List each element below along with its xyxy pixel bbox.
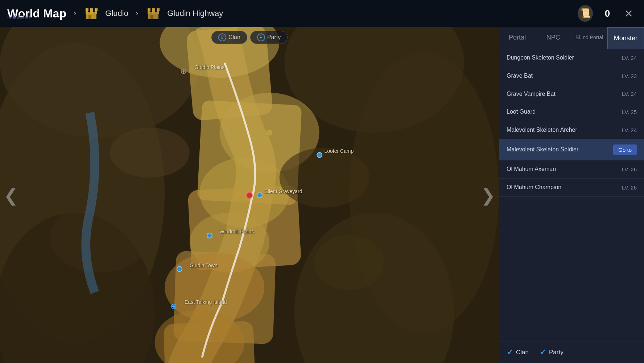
monster-name-1: Grave Bat xyxy=(507,72,618,80)
header: World Map › Gludio › Gludin Highway xyxy=(0,0,644,27)
tab-monster[interactable]: Monster xyxy=(607,27,644,49)
location-icon-east-talking: ⊕ xyxy=(170,302,179,310)
sub-text: rc.Butcher xyxy=(7,14,30,20)
location-dot-windmill-plains xyxy=(207,233,212,238)
monster-row-3[interactable]: Loot Guard LV. 25 xyxy=(499,103,644,121)
monster-name-0: Dungeon Skeleton Soldier xyxy=(507,54,618,62)
breadcrumb-arrow-1: › xyxy=(74,9,76,18)
clan-filter-label: Clan xyxy=(516,349,529,356)
monster-row-2[interactable]: Grave Vampire Bat LV. 24 xyxy=(499,85,644,103)
svg-rect-21 xyxy=(158,8,160,11)
goto-button[interactable]: Go to xyxy=(613,144,637,155)
svg-rect-15 xyxy=(150,15,153,19)
tab-npc[interactable]: NPC xyxy=(535,27,571,49)
svg-rect-18 xyxy=(152,8,153,11)
close-button[interactable]: ✕ xyxy=(620,6,637,21)
svg-point-44 xyxy=(50,203,150,273)
svg-rect-13 xyxy=(152,11,155,14)
main-content: C Clan P Party ❮ ❯ ⊕ Gludio Plains Loote… xyxy=(0,27,644,363)
svg-rect-8 xyxy=(91,8,93,11)
breadcrumb-2: Gludin Highway xyxy=(167,9,223,18)
svg-rect-6 xyxy=(87,8,88,11)
castle-icon-2 xyxy=(145,5,161,21)
svg-rect-17 xyxy=(149,8,150,11)
svg-point-43 xyxy=(280,148,370,208)
monster-name-7: Ol Mahum Champion xyxy=(507,184,618,191)
bottom-filters: ✓ Clan ✓ Party xyxy=(499,342,644,363)
clan-checkmark: ✓ xyxy=(507,348,513,357)
svg-rect-5 xyxy=(86,8,87,11)
monster-row-0[interactable]: Dungeon Skeleton Soldier LV. 24 xyxy=(499,49,644,67)
clan-button[interactable]: C Clan xyxy=(211,31,247,44)
svg-rect-10 xyxy=(96,8,98,11)
castle-icon-1 xyxy=(83,5,99,21)
breadcrumb-arrow-2: › xyxy=(136,9,138,18)
svg-rect-1 xyxy=(86,11,88,14)
monster-name-2: Grave Vampire Bat xyxy=(507,90,618,98)
right-panel: Portal NPC Bl..nd Portal Monster Dungeon… xyxy=(499,27,644,363)
party-checkmark: ✓ xyxy=(540,348,546,357)
party-button[interactable]: P Party xyxy=(250,31,288,44)
svg-rect-4 xyxy=(88,15,91,19)
monster-name-3: Loot Guard xyxy=(507,108,618,116)
filter-clan[interactable]: ✓ Clan xyxy=(507,348,529,357)
filter-party[interactable]: ✓ Party xyxy=(540,348,564,357)
party-icon: P xyxy=(257,33,265,41)
monster-level-3: LV. 25 xyxy=(622,109,637,115)
location-icon-gludio-plains: ⊕ xyxy=(180,66,189,75)
monster-level-0: LV. 24 xyxy=(622,55,637,61)
svg-rect-14 xyxy=(157,11,159,14)
nav-arrow-right[interactable]: ❯ xyxy=(481,185,495,205)
svg-rect-19 xyxy=(153,8,155,11)
monster-level-7: LV. 26 xyxy=(622,184,637,191)
svg-point-42 xyxy=(110,128,190,178)
party-label: Party xyxy=(267,34,281,41)
clan-icon: C xyxy=(218,33,226,41)
svg-rect-3 xyxy=(95,11,97,14)
svg-point-47 xyxy=(267,130,273,136)
svg-text:📜: 📜 xyxy=(580,8,591,18)
monster-row-6[interactable]: Ol Mahum Axeman LV. 26 xyxy=(499,160,644,179)
svg-rect-20 xyxy=(157,8,158,11)
map-area: C Clan P Party ❮ ❯ ⊕ Gludio Plains Loote… xyxy=(0,27,499,363)
tab-blond-portal[interactable]: Bl..nd Portal xyxy=(571,27,607,49)
svg-point-45 xyxy=(314,235,384,290)
svg-rect-16 xyxy=(148,8,149,11)
monster-row-1[interactable]: Grave Bat LV. 23 xyxy=(499,67,644,85)
svg-rect-7 xyxy=(90,8,91,11)
breadcrumb-1: Gludio xyxy=(105,9,128,18)
clan-label: Clan xyxy=(228,34,240,41)
tab-portal[interactable]: Portal xyxy=(499,27,535,49)
monster-row-7[interactable]: Ol Mahum Champion LV. 26 xyxy=(499,179,644,197)
monster-level-4: LV. 24 xyxy=(622,127,637,133)
tabs-row: Portal NPC Bl..nd Portal Monster xyxy=(499,27,644,49)
location-dot-looter-camp xyxy=(317,152,322,158)
map-controls: C Clan P Party xyxy=(211,31,288,44)
header-count: 0 xyxy=(600,8,615,19)
monster-level-2: LV. 24 xyxy=(622,91,637,97)
svg-rect-2 xyxy=(90,11,93,14)
svg-rect-9 xyxy=(95,8,96,11)
party-filter-label: Party xyxy=(549,349,564,356)
scroll-icon[interactable]: 📜 xyxy=(576,4,594,23)
monster-level-6: LV. 26 xyxy=(622,166,637,172)
nav-arrow-left[interactable]: ❮ xyxy=(4,185,18,205)
monster-row-5[interactable]: Malevolent Skeleton Soldier Go to xyxy=(499,139,644,160)
monster-level-1: LV. 23 xyxy=(622,73,637,79)
monster-row-4[interactable]: Malevolent Skeleton Archer LV. 24 xyxy=(499,121,644,139)
svg-rect-12 xyxy=(148,11,150,14)
monster-list: Dungeon Skeleton Soldier LV. 24 Grave Ba… xyxy=(499,49,644,342)
monster-name-6: Ol Mahum Axeman xyxy=(507,166,618,173)
location-dot-silent-graveyard-blue xyxy=(257,192,263,198)
monster-name-4: Malevolent Skeleton Archer xyxy=(507,126,618,134)
location-dot-gludin-town xyxy=(177,266,182,272)
location-dot-silent-graveyard xyxy=(246,192,253,199)
monster-name-5: Malevolent Skeleton Soldier xyxy=(507,146,613,154)
